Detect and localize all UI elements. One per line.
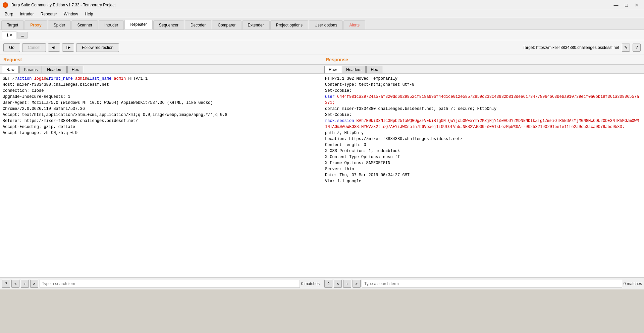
response-footer: ? < + > 0 matches	[322, 277, 644, 289]
go-button[interactable]: Go	[3, 43, 20, 52]
request-add-button[interactable]: +	[21, 280, 29, 288]
request-panel: Request Raw Params Headers Hex GET /?act…	[0, 55, 322, 289]
maximize-button[interactable]: □	[623, 2, 631, 8]
app-logo	[3, 2, 8, 8]
response-matches: 0 matches	[624, 281, 642, 286]
tab-user-options[interactable]: User options	[309, 20, 343, 29]
request-forward-button[interactable]: >	[30, 280, 38, 288]
app-title: Burp Suite Community Edition v1.7.33 - T…	[11, 3, 116, 7]
menubar: Burp Intruder Repeater Window Help	[0, 10, 644, 18]
subtab-dots[interactable]: ...	[17, 32, 28, 39]
menu-window[interactable]: Window	[60, 11, 82, 17]
request-content: GET /?action=login&first_name=admin&last…	[0, 74, 322, 277]
back-button[interactable]: ◀ |	[48, 43, 60, 52]
tab-project-options[interactable]: Project options	[270, 20, 308, 29]
request-header: Request	[0, 55, 322, 65]
tab-proxy[interactable]: Proxy	[24, 20, 47, 29]
subtab-1[interactable]: 1 ×	[2, 31, 16, 39]
tab-repeater[interactable]: Repeater	[124, 20, 152, 29]
titlebar-left: Burp Suite Community Edition v1.7.33 - T…	[3, 2, 116, 8]
forward-button[interactable]: | ▶	[62, 43, 74, 52]
response-tab-raw[interactable]: Raw	[324, 66, 341, 73]
tab-extender[interactable]: Extender	[242, 20, 270, 29]
main-content: Request Raw Params Headers Hex GET /?act…	[0, 55, 644, 289]
toolbar: Go Cancel ◀ | | ▶ Follow redirection Tar…	[0, 40, 644, 55]
titlebar-controls: — □ ✕	[611, 2, 641, 8]
tab-spider[interactable]: Spider	[48, 20, 71, 29]
response-header: Response	[322, 55, 644, 65]
response-forward-button[interactable]: >	[353, 280, 361, 288]
request-tab-raw[interactable]: Raw	[2, 66, 19, 73]
request-matches: 0 matches	[301, 281, 320, 286]
request-tabs: Raw Params Headers Hex	[0, 65, 322, 74]
menu-burp[interactable]: Burp	[1, 11, 16, 17]
request-tab-hex[interactable]: Hex	[67, 66, 83, 73]
cancel-button[interactable]: Cancel	[22, 43, 46, 52]
request-back-button[interactable]: <	[11, 280, 19, 288]
tab-scanner[interactable]: Scanner	[71, 20, 98, 29]
edit-target-button[interactable]: ✎	[622, 44, 630, 52]
tab-target[interactable]: Target	[1, 20, 24, 29]
response-back-button[interactable]: <	[334, 280, 342, 288]
tab-alerts[interactable]: Alerts	[343, 20, 365, 29]
tab-comparer[interactable]: Comparer	[212, 20, 241, 29]
menu-help[interactable]: Help	[82, 11, 97, 17]
target-label: Target: https://mixer-f3834380.challenge…	[523, 45, 620, 50]
response-tab-hex[interactable]: Hex	[366, 66, 382, 73]
response-content: HTTP/1.1 302 Moved TemporarilyContent-Ty…	[322, 74, 644, 277]
response-search-input[interactable]	[362, 280, 622, 288]
request-search-input[interactable]	[40, 280, 300, 288]
tab-decoder[interactable]: Decoder	[185, 20, 211, 29]
main-tabbar: Target Proxy Spider Scanner Intruder Rep…	[0, 18, 644, 30]
response-help-button[interactable]: ?	[324, 280, 332, 288]
request-help-button[interactable]: ?	[2, 280, 10, 288]
titlebar: Burp Suite Community Edition v1.7.33 - T…	[0, 0, 644, 10]
close-button[interactable]: ✕	[632, 2, 641, 8]
response-add-button[interactable]: +	[343, 280, 351, 288]
menu-intruder[interactable]: Intruder	[16, 11, 37, 17]
tab-intruder[interactable]: Intruder	[99, 20, 124, 29]
request-footer: ? < + > 0 matches	[0, 277, 322, 289]
minimize-button[interactable]: —	[611, 2, 621, 8]
sub-tabbar: 1 × ...	[0, 30, 644, 40]
response-panel: Response Raw Headers Hex HTTP/1.1 302 Mo…	[322, 55, 644, 289]
response-tabs: Raw Headers Hex	[322, 65, 644, 74]
help-target-button[interactable]: ?	[633, 44, 641, 52]
request-tab-params[interactable]: Params	[19, 66, 42, 73]
response-tab-headers[interactable]: Headers	[342, 66, 366, 73]
menu-repeater[interactable]: Repeater	[37, 11, 60, 17]
follow-redirection-button[interactable]: Follow redirection	[76, 43, 119, 52]
tab-sequencer[interactable]: Sequencer	[153, 20, 184, 29]
request-tab-headers[interactable]: Headers	[43, 66, 66, 73]
target-info: Target: https://mixer-f3834380.challenge…	[523, 44, 641, 52]
